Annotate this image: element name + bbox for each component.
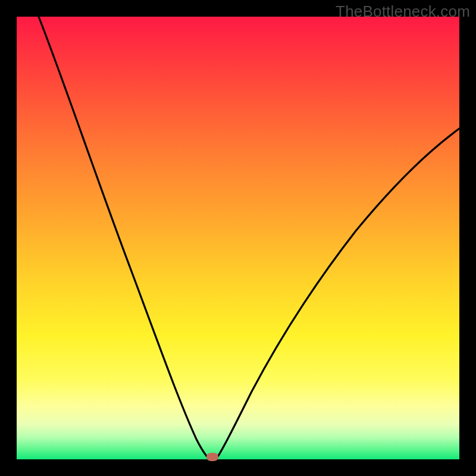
chart-frame: TheBottleneck.com <box>0 0 476 476</box>
optimal-point-marker <box>206 453 218 461</box>
plot-area <box>17 17 459 459</box>
curve-left-branch <box>39 17 209 459</box>
curve-right-branch <box>216 129 459 459</box>
watermark-text: TheBottleneck.com <box>336 2 470 21</box>
bottleneck-curve <box>17 17 459 459</box>
